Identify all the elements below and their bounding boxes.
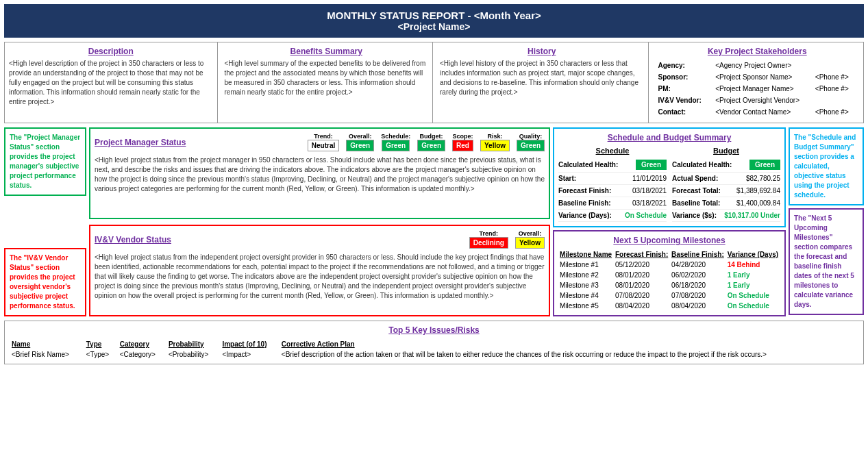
milestone-baseline-2: 06/02/2020 — [670, 270, 726, 280]
budget-actual-row: Actual Spend: $82,780.25 — [672, 173, 780, 185]
risks-header-row: Name Type Category Probability Impact (o… — [9, 339, 859, 349]
budget-badge-wrapper: Budget: Green — [417, 133, 445, 151]
milestone-name-2: Milestone #2 — [558, 270, 614, 280]
ivv-label: IV&V Vendor: — [657, 95, 713, 105]
sponsor-phone: <Phone #> — [814, 72, 858, 82]
ivv-value: <Project Oversight Vendor> — [714, 95, 858, 105]
pm-status-text: <High level project status from the proj… — [95, 155, 545, 194]
trend-badge-wrapper: Trend: Neutral — [308, 133, 339, 151]
schedule-label: Schedule: — [381, 133, 410, 140]
stakeholder-row-contact: Contact: <Vendor Contact Name> <Phone #> — [657, 107, 858, 117]
budget-label: Budget: — [420, 133, 443, 140]
schedule-start-value: 11/01/2019 — [632, 175, 667, 182]
milestones-header-row: Milestone Name Forecast Finish: Baseline… — [558, 249, 780, 260]
schedule-col: Schedule Calculated Health: Green Start:… — [558, 147, 667, 222]
scope-value: Red — [452, 140, 473, 151]
budget-baseline-label: Baseline Total: — [672, 199, 720, 207]
milestone-row-2: Milestone #2 08/01/2020 06/02/2020 1 Ear… — [558, 270, 780, 280]
milestone-name-1: Milestone #1 — [558, 260, 614, 270]
milestone-forecast-2: 08/01/2020 — [614, 270, 670, 280]
left-annotations: The "Project Manager Status" section pro… — [4, 127, 86, 316]
milestone-baseline-3: 06/18/2020 — [670, 280, 726, 290]
milestone-variance-2: 1 Early — [726, 270, 780, 280]
schedule-forecast-row: Forecast Finish: 03/18/2021 — [558, 185, 667, 197]
stakeholders-title: Key Project Stakeholders — [656, 47, 860, 56]
budget-variance-label: Variance ($s): — [672, 212, 717, 219]
milestone-variance-4: On Schedule — [726, 290, 780, 301]
stakeholders-box: Key Project Stakeholders Agency: <Agency… — [652, 42, 864, 123]
schedule-forecast-value: 03/18/2021 — [632, 187, 667, 195]
header-subtitle: <Project Name> — [7, 21, 861, 32]
milestones-table: Milestone Name Forecast Finish: Baseline… — [558, 249, 780, 311]
schedule-baseline-value: 03/18/2021 — [632, 199, 667, 207]
risk-value: Yellow — [480, 140, 510, 151]
milestones-title: Next 5 Upcoming Milestones — [558, 236, 780, 245]
overall-badge-wrapper: Overall: Green — [346, 133, 374, 151]
pm-value: <Project Manager Name> — [714, 84, 813, 94]
stakeholder-row-sponsor: Sponsor: <Project Sponsor Name> <Phone #… — [657, 72, 858, 82]
schedule-health-label: Calculated Health: — [558, 161, 618, 168]
milestone-baseline-1: 04/28/2020 — [670, 260, 726, 270]
history-text: <High level history of the project in 35… — [440, 59, 644, 97]
risks-col-type: Type — [84, 339, 117, 349]
milestone-row-1: Milestone #1 05/12/2020 04/28/2020 14 Be… — [558, 260, 780, 270]
schedule-variance-row: Variance (Days): On Schedule — [558, 210, 667, 222]
risk-probability: <Probability> — [166, 349, 220, 360]
milestone-forecast-3: 08/01/2020 — [614, 280, 670, 290]
ivv-status-text: <High level project status from the inde… — [95, 253, 545, 301]
budget-baseline-row: Baseline Total: $1,400,009.84 — [672, 197, 780, 210]
milestones-box: Next 5 Upcoming Milestones Milestone Nam… — [553, 230, 786, 316]
budget-forecast-value: $1,389,692.84 — [736, 187, 780, 195]
risk-impact: <Impact> — [219, 349, 278, 360]
milestone-variance-5: On Schedule — [726, 301, 780, 311]
schedule-budget-box: Schedule and Budget Summary Schedule Cal… — [553, 127, 786, 227]
milestone-forecast-4: 07/08/2020 — [614, 290, 670, 301]
ivv-status-header: IV&V Vendor Status Trend: Declining Over… — [95, 230, 545, 249]
bottom-title: Top 5 Key Issues/Risks — [9, 325, 859, 335]
header: MONTHLY STATUS REPORT - <Month Year> <Pr… — [4, 4, 864, 38]
budget-health-label: Calculated Health: — [672, 161, 732, 168]
benefits-box: Benefits Summary <High level summary of … — [221, 42, 434, 123]
risks-col-name: Name — [9, 339, 84, 349]
sb-grid: Schedule Calculated Health: Green Start:… — [558, 147, 780, 222]
milestone-forecast-5: 08/04/2020 — [614, 301, 670, 311]
budget-variance-value: $10,317.00 Under — [724, 212, 780, 219]
contact-label: Contact: — [657, 107, 713, 117]
ivv-overall-value: Yellow — [515, 237, 545, 249]
top-section: Description <High level description of t… — [4, 42, 864, 123]
risk-type: <Type> — [84, 349, 117, 360]
annotation-sb-box: The "Schedule and Budget Summary" sectio… — [789, 127, 864, 205]
pm-status-title: Project Manager Status — [95, 138, 186, 147]
milestone-name-3: Milestone #3 — [558, 280, 614, 290]
schedule-start-row: Start: 11/01/2019 — [558, 173, 667, 185]
schedule-baseline-row: Baseline Finish: 03/18/2021 — [558, 197, 667, 210]
scope-label: Scope: — [453, 133, 473, 140]
col-forecast: Forecast Finish: — [614, 249, 670, 260]
agency-phone — [814, 60, 858, 71]
pm-ivv-column: Project Manager Status Trend: Neutral Ov… — [89, 127, 550, 316]
schedule-variance-label: Variance (Days): — [558, 212, 612, 219]
schedule-baseline-label: Baseline Finish: — [558, 199, 611, 207]
schedule-col-title: Schedule — [558, 147, 667, 155]
budget-baseline-value: $1,400,009.84 — [736, 199, 780, 207]
risks-col-impact: Impact (of 10) — [219, 339, 278, 349]
milestone-row-4: Milestone #4 07/08/2020 07/08/2020 On Sc… — [558, 290, 780, 301]
risks-table: Name Type Category Probability Impact (o… — [9, 339, 859, 360]
benefits-title: Benefits Summary — [225, 47, 429, 56]
budget-forecast-row: Forecast Total: $1,389,692.84 — [672, 185, 780, 197]
risk-row: <Brief Risk Name> <Type> <Category> <Pro… — [9, 349, 859, 360]
schedule-value: Green — [382, 140, 410, 151]
risk-label: Risk: — [488, 133, 503, 140]
milestone-name-4: Milestone #4 — [558, 290, 614, 301]
risk-badge-wrapper: Risk: Yellow — [480, 133, 510, 151]
risks-col-probability: Probability — [166, 339, 220, 349]
milestone-baseline-4: 07/08/2020 — [670, 290, 726, 301]
budget-col-title: Budget — [672, 147, 780, 155]
ivv-overall-badge-wrapper: Overall: Yellow — [515, 230, 545, 249]
benefits-text: <High level summary of the expected bene… — [225, 59, 429, 97]
annotation-sb-text: The "Schedule and Budget Summary" sectio… — [794, 134, 856, 199]
agency-value: <Agency Project Owner> — [714, 60, 813, 71]
description-box: Description <High level description of t… — [5, 42, 218, 123]
trend-value: Neutral — [308, 140, 339, 151]
schedule-start-label: Start: — [558, 175, 576, 182]
